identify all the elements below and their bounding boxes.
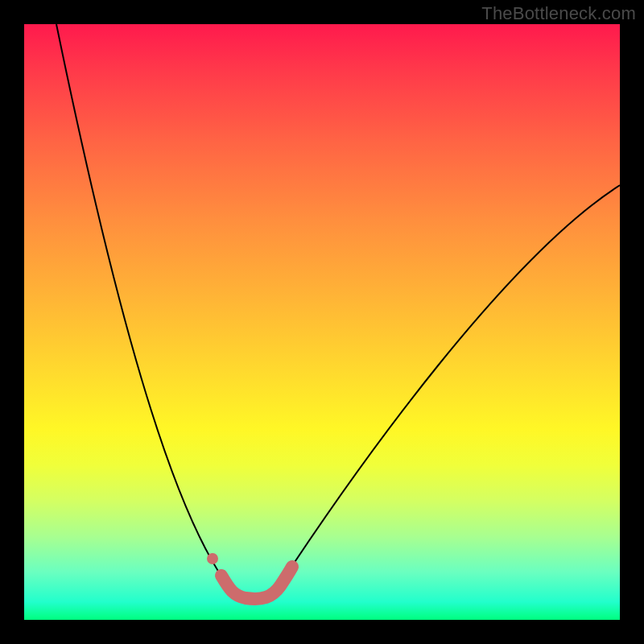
bottleneck-curve [56,24,620,600]
chart-plot-area [24,24,620,620]
watermark-text: TheBottleneck.com [481,3,636,24]
marker-dot [207,553,218,564]
bottleneck-curve-svg [24,24,620,620]
marker-valley [221,567,292,599]
